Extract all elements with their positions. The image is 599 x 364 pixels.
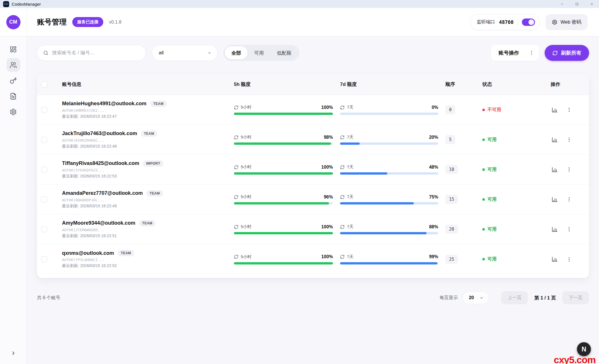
chevron-right-icon <box>11 350 16 356</box>
sidebar-expand-button[interactable] <box>7 347 20 359</box>
status-label: 可用 <box>487 167 497 173</box>
total-accounts-label: 共 6 个账号 <box>37 295 60 301</box>
page-indicator: 第 1 / 1 页 <box>532 295 558 301</box>
quota-5h-label: 5小时 <box>241 164 252 170</box>
row-menu-button[interactable] <box>566 197 572 202</box>
status-dot-icon <box>482 258 485 260</box>
maximize-icon[interactable] <box>569 0 584 8</box>
chevron-down-icon <box>479 296 484 300</box>
minimize-icon[interactable] <box>555 0 569 8</box>
table-row: TiffanyRivas8425@outlook.com IMPORT AUTH… <box>37 155 589 185</box>
sidebar-item-settings[interactable] <box>7 105 20 119</box>
quota-5h-fill <box>234 142 331 145</box>
stats-button[interactable] <box>551 256 558 262</box>
order-badge: 5 <box>445 135 455 144</box>
page-size-dropdown[interactable]: 20 <box>462 291 489 304</box>
row-menu-button[interactable] <box>566 226 572 232</box>
row-checkbox[interactable] <box>41 167 47 173</box>
quota-5h-bar <box>234 232 333 234</box>
select-all-checkbox[interactable] <box>41 81 47 87</box>
account-last-refresh: 最近刷新: 2026/03/15 16:22:48 <box>62 144 234 149</box>
row-checkbox[interactable] <box>41 107 47 113</box>
kebab-menu-icon <box>566 197 572 202</box>
bar-chart-icon <box>551 166 558 173</box>
app-title: CodexManager <box>12 2 41 7</box>
row-menu-button[interactable] <box>566 257 572 262</box>
order-badge: 15 <box>445 195 458 204</box>
search-box[interactable] <box>37 45 146 61</box>
account-actions-button[interactable]: 账号操作 <box>491 45 539 61</box>
filter-dropdown[interactable]: all <box>152 45 218 61</box>
row-checkbox[interactable] <box>41 137 47 143</box>
next-page-button[interactable]: 下一页 <box>562 291 589 304</box>
kebab-menu-icon <box>566 107 572 113</box>
order-badge: 0 <box>445 105 455 114</box>
account-auth-id: AUTH0|8BA8DDPJDL... <box>62 198 234 202</box>
quota-7d-bar <box>340 172 438 175</box>
refresh-cycle-icon <box>340 135 345 140</box>
service-toggle[interactable] <box>522 18 535 26</box>
account-last-refresh: 最近刷新: 2026/03/15 16:22:51 <box>62 233 234 239</box>
pagination-bar: 共 6 个账号 每页显示 20 上一页 第 1 / 1 页 下一页 <box>37 291 589 304</box>
quota-5h-bar <box>234 172 333 175</box>
web-password-label: Web 密码 <box>561 19 581 25</box>
order-badge: 25 <box>445 255 458 264</box>
quota-5h-label: 5小时 <box>241 105 252 110</box>
users-icon <box>10 61 17 69</box>
status-badge: 可用 <box>482 137 551 143</box>
sidebar-item-accounts[interactable] <box>7 58 20 72</box>
quota-7d-fill <box>340 232 427 234</box>
segment-all[interactable]: 全部 <box>225 46 248 59</box>
order-badge: 20 <box>445 225 458 234</box>
stats-button[interactable] <box>551 166 558 173</box>
close-icon[interactable] <box>584 0 599 8</box>
toolbar: all 全部 可用 低配额 账号操作 刷新所有 <box>37 45 589 61</box>
row-menu-button[interactable] <box>566 137 572 142</box>
account-last-refresh: 最近刷新: 2026/03/15 16:22:53 <box>62 174 234 179</box>
quota-7d-pct: 75% <box>429 195 438 200</box>
bar-chart-icon <box>551 107 558 113</box>
stats-button[interactable] <box>551 136 558 143</box>
quota-5h-pct: 96% <box>324 195 333 200</box>
dashboard-icon <box>10 46 17 53</box>
web-password-button[interactable]: Web 密码 <box>546 14 588 30</box>
row-menu-button[interactable] <box>566 107 572 113</box>
quota-5h-fill <box>234 202 329 204</box>
filter-dropdown-value: all <box>159 50 164 56</box>
refresh-cycle-icon <box>234 195 238 199</box>
row-checkbox[interactable] <box>41 256 47 262</box>
avatar[interactable]: CM <box>6 15 20 29</box>
kebab-menu-icon <box>566 137 572 142</box>
account-type-badge: TEAM <box>150 101 167 107</box>
account-type-badge: IMPORT <box>143 160 163 167</box>
page-size-value: 20 <box>469 295 474 300</box>
row-menu-button[interactable] <box>566 167 572 172</box>
segment-available[interactable]: 可用 <box>248 46 270 59</box>
account-auth-id: AUTH0|5YE6KOFKZZ... <box>62 168 234 172</box>
account-last-refresh: 最近刷新: 2026/03/15 16:22:52 <box>62 263 234 268</box>
refresh-cycle-icon <box>340 195 345 199</box>
sidebar-item-keys[interactable] <box>7 74 20 87</box>
prev-page-button[interactable]: 上一页 <box>501 291 528 304</box>
stats-button[interactable] <box>551 226 558 233</box>
refresh-all-button[interactable]: 刷新所有 <box>545 45 589 61</box>
account-actions-label: 账号操作 <box>499 49 519 56</box>
quota-5h-pct: 100% <box>321 254 333 259</box>
refresh-cycle-icon <box>234 105 238 110</box>
titlebar: CM CodexManager <box>0 0 599 8</box>
segment-low-quota[interactable]: 低配额 <box>270 46 298 59</box>
row-checkbox[interactable] <box>41 226 47 232</box>
col-status: 状态 <box>482 81 551 88</box>
sidebar-item-logs[interactable] <box>7 89 20 103</box>
stats-button[interactable] <box>551 107 558 113</box>
quota-7d-pct: 48% <box>429 165 438 170</box>
status-badge: 可用 <box>482 256 551 262</box>
row-checkbox[interactable] <box>41 197 47 202</box>
sidebar-item-dashboard[interactable] <box>7 42 20 56</box>
search-input[interactable] <box>52 50 140 56</box>
account-auth-id: AUTH0|EMRMX1YZK2... <box>62 108 234 113</box>
quota-7d-label: 7天 <box>347 254 353 260</box>
table-body: MelanieHughes4991@outlook.com TEAM AUTH0… <box>37 95 589 274</box>
refresh-cycle-icon <box>234 165 238 169</box>
stats-button[interactable] <box>551 196 558 203</box>
